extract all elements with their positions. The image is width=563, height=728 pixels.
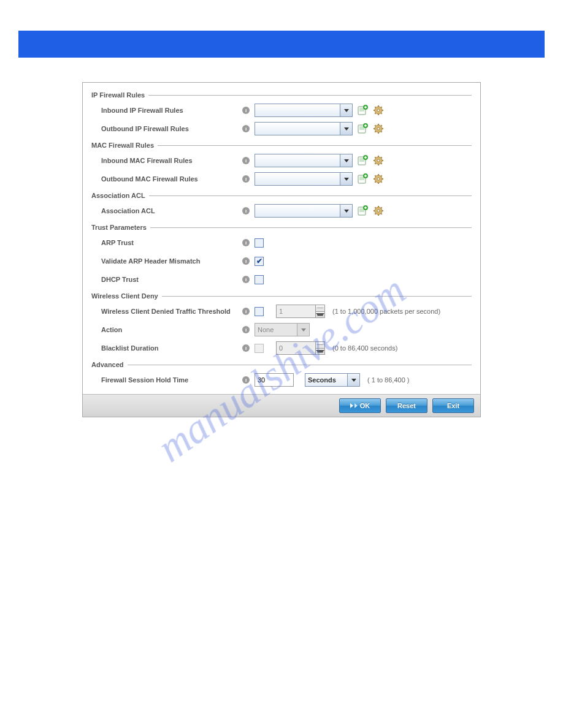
row-arp-trust: ARP Trust i [91, 233, 472, 252]
button-bar: OK Reset Exit [83, 394, 480, 417]
blacklist-hint: (0 to 86,400 seconds) [332, 344, 397, 352]
section-wcd-label: Wireless Client Deny [91, 292, 158, 300]
add-rule-icon[interactable] [356, 154, 369, 167]
exit-label: Exit [447, 402, 459, 409]
section-ip-firewall-label: IP Firewall Rules [91, 91, 145, 99]
spinner-buttons[interactable] [315, 341, 325, 355]
ok-button[interactable]: OK [339, 398, 381, 413]
divider [148, 95, 472, 96]
svg-line-66 [375, 181, 375, 182]
info-icon[interactable]: i [242, 207, 250, 214]
settings-icon[interactable] [372, 173, 385, 185]
label-inbound-ip: Inbound IP Firewall Rules [91, 107, 242, 114]
svg-line-32 [375, 131, 375, 132]
section-advanced: Advanced [91, 361, 472, 368]
play-icon [354, 403, 358, 408]
label-wcd-threshold: Wireless Client Denied Traffic Threshold [91, 308, 242, 315]
add-rule-icon[interactable] [356, 123, 369, 135]
settings-icon[interactable] [372, 104, 385, 116]
add-rule-icon[interactable] [356, 173, 369, 185]
section-trust-label: Trust Parameters [91, 224, 147, 231]
row-assoc-acl: Association ACL i [91, 202, 472, 220]
row-outbound-mac: Outbound MAC Firewall Rules i [91, 170, 472, 188]
inbound-ip-select[interactable] [255, 104, 353, 117]
inbound-mac-select[interactable] [255, 154, 353, 167]
divider [158, 145, 472, 146]
section-mac-firewall: MAC Firewall Rules [91, 142, 472, 149]
svg-line-67 [381, 175, 381, 176]
arp-trust-checkbox[interactable] [255, 238, 264, 248]
svg-line-83 [375, 213, 375, 214]
check-icon: ✔ [256, 257, 262, 265]
info-icon[interactable]: i [242, 326, 250, 333]
blacklist-enable-checkbox[interactable] [255, 344, 264, 353]
svg-line-48 [381, 163, 381, 164]
svg-point-8 [377, 109, 380, 112]
chevron-down-icon [297, 324, 309, 336]
chevron-down-icon [347, 374, 359, 386]
svg-line-15 [375, 113, 375, 113]
info-icon[interactable]: i [242, 239, 250, 246]
blacklist-input[interactable] [276, 341, 315, 355]
row-hold-time: Firewall Session Hold Time i Seconds ( 1… [91, 371, 472, 389]
wcd-threshold-spinner[interactable] [276, 305, 325, 318]
hold-time-hint: ( 1 to 86,400 ) [367, 376, 410, 384]
hold-time-input[interactable] [255, 373, 294, 387]
info-icon[interactable]: i [242, 344, 250, 352]
info-icon[interactable]: i [242, 107, 250, 114]
hold-time-unit-select[interactable]: Seconds [305, 373, 360, 387]
svg-line-14 [381, 113, 381, 113]
add-rule-icon[interactable] [356, 205, 369, 217]
info-icon[interactable]: i [242, 308, 250, 315]
info-icon[interactable]: i [242, 175, 250, 183]
svg-line-13 [375, 107, 375, 107]
section-wcd: Wireless Client Deny [91, 292, 472, 300]
svg-line-65 [381, 181, 381, 182]
info-icon[interactable]: i [242, 376, 250, 384]
settings-icon[interactable] [372, 154, 385, 167]
row-inbound-ip: Inbound IP Firewall Rules i [91, 101, 472, 119]
label-assoc-acl: Association ACL [91, 207, 242, 214]
row-dhcp-trust: DHCP Trust i [91, 270, 472, 289]
blacklist-spinner[interactable] [276, 341, 325, 355]
label-outbound-mac: Outbound MAC Firewall Rules [91, 175, 242, 183]
divider [149, 195, 472, 196]
row-outbound-ip: Outbound IP Firewall Rules i [91, 119, 472, 138]
row-wcd-threshold: Wireless Client Denied Traffic Threshold… [91, 302, 472, 320]
action-select[interactable]: None [255, 323, 310, 336]
section-assoc-acl: Association ACL [91, 192, 472, 199]
label-action: Action [91, 326, 242, 333]
info-icon[interactable]: i [242, 157, 250, 164]
reset-button[interactable]: Reset [386, 398, 427, 413]
wcd-enable-checkbox[interactable] [255, 307, 264, 316]
dhcp-trust-checkbox[interactable] [255, 275, 264, 284]
svg-line-31 [381, 131, 381, 132]
exit-button[interactable]: Exit [432, 398, 474, 413]
outbound-mac-select[interactable] [255, 172, 353, 186]
section-mac-firewall-label: MAC Firewall Rules [91, 142, 154, 149]
chevron-down-icon [340, 123, 352, 135]
add-rule-icon[interactable] [356, 104, 369, 116]
svg-line-16 [381, 107, 381, 107]
info-icon[interactable]: i [242, 276, 250, 283]
settings-icon[interactable] [372, 123, 385, 135]
svg-point-59 [377, 178, 380, 180]
outbound-ip-select[interactable] [255, 122, 353, 135]
wcd-threshold-input[interactable] [276, 305, 315, 318]
chevron-down-icon [340, 205, 352, 217]
divider [162, 296, 472, 297]
chevron-down-icon [340, 104, 352, 116]
wcd-threshold-hint: (1 to 1,000,000 packets per second) [332, 308, 440, 315]
assoc-acl-select[interactable] [255, 204, 353, 218]
label-outbound-ip: Outbound IP Firewall Rules [91, 125, 242, 132]
spinner-buttons[interactable] [315, 305, 325, 318]
arp-mismatch-checkbox[interactable]: ✔ [255, 257, 264, 266]
settings-icon[interactable] [372, 205, 385, 217]
info-icon[interactable]: i [242, 125, 250, 132]
info-icon[interactable]: i [242, 257, 250, 265]
label-inbound-mac: Inbound MAC Firewall Rules [91, 157, 242, 164]
ok-label: OK [360, 402, 370, 409]
svg-line-64 [375, 175, 375, 176]
section-trust: Trust Parameters [91, 224, 472, 231]
chevron-down-icon [340, 173, 352, 185]
